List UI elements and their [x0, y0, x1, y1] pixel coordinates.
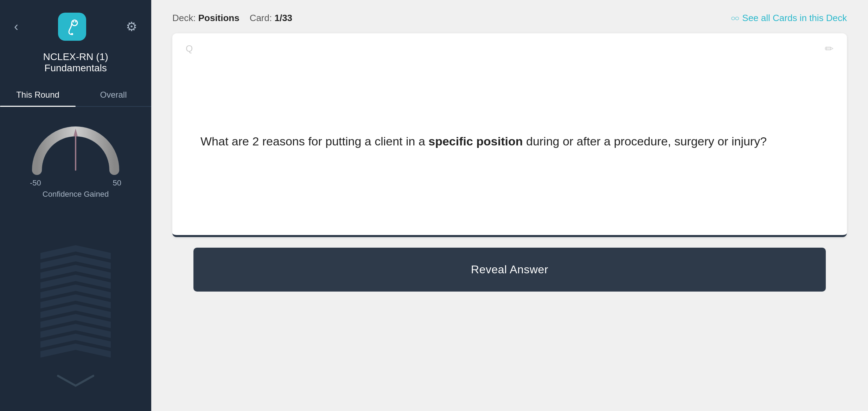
card-prefix: Card: — [250, 13, 272, 23]
settings-icon[interactable]: ⚙ — [126, 19, 137, 34]
edit-icon[interactable]: ✏ — [825, 43, 834, 55]
question-text-2: during or after a procedure, surgery or … — [526, 135, 767, 148]
reveal-answer-button[interactable]: Reveal Answer — [193, 248, 826, 292]
sidebar-header: ‹ ⚙ — [0, 0, 151, 48]
card-area: Q ✏ What are 2 reasons for putting a cli… — [151, 33, 868, 411]
card-type-label: Q — [186, 43, 193, 54]
tab-this-round[interactable]: This Round — [0, 84, 76, 106]
tabs-container: This Round Overall — [0, 84, 151, 107]
deck-prefix: Deck: — [172, 13, 196, 23]
flashcard: Q ✏ What are 2 reasons for putting a cli… — [172, 33, 847, 237]
sidebar: ‹ ⚙ NCLEX-RN (1) Fundamentals This Round… — [0, 0, 151, 411]
svg-marker-16 — [40, 344, 111, 358]
main-content: Deck: Positions Card: 1/33 ○○ See all Ca… — [151, 0, 868, 411]
gauge-min-label: -50 — [30, 178, 41, 188]
svg-point-2 — [73, 21, 74, 22]
question-bold: specific position — [428, 135, 523, 148]
app-logo — [58, 13, 86, 41]
deck-info: Deck: Positions Card: 1/33 — [172, 13, 292, 24]
tab-overall[interactable]: Overall — [76, 84, 151, 106]
back-button[interactable]: ‹ — [14, 19, 18, 34]
gauge-max-label: 50 — [113, 178, 121, 188]
confidence-label: Confidence Gained — [43, 190, 109, 199]
svg-point-3 — [75, 21, 76, 22]
see-all-cards-link[interactable]: ○○ See all Cards in this Deck — [731, 13, 847, 24]
svg-point-1 — [71, 33, 73, 35]
see-all-label: See all Cards in this Deck — [742, 13, 847, 24]
card-question: What are 2 reasons for putting a client … — [172, 33, 847, 235]
question-text: What are 2 reasons for putting a client … — [200, 132, 767, 150]
top-bar: Deck: Positions Card: 1/33 ○○ See all Ca… — [151, 0, 868, 33]
sidebar-title: NCLEX-RN (1) Fundamentals — [0, 48, 151, 84]
card-number: 1/33 — [274, 13, 292, 23]
svg-point-0 — [72, 20, 77, 26]
see-all-icon: ○○ — [731, 14, 739, 23]
gauge-container: -50 50 Confidence Gained — [0, 114, 151, 202]
chevron-decoration — [0, 242, 151, 411]
gauge-labels: -50 50 — [30, 178, 121, 188]
confidence-gauge — [26, 121, 125, 177]
deck-name: Positions — [198, 13, 240, 23]
